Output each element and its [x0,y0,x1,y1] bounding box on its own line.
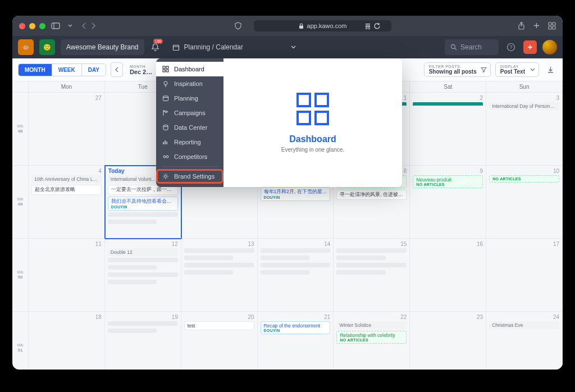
sidebar-toggle-icon[interactable] [51,21,60,30]
help-button[interactable]: ? [504,40,518,54]
day-cell[interactable]: 11 [29,239,105,312]
user-avatar[interactable] [542,40,557,54]
day-cell[interactable]: 21Recap of the endorsementDOUYIN [258,312,334,370]
nav-item-data-center[interactable]: Data Center [156,120,223,135]
new-tab-icon[interactable] [533,22,540,30]
day-cell[interactable]: 15 [334,239,410,312]
skeleton [336,256,385,260]
calendar-event[interactable]: Nouveau produitNO ARTICLES [413,175,483,188]
reload-icon[interactable] [372,21,381,30]
day-cell[interactable]: 12Double 12 [105,239,181,312]
download-button[interactable] [544,63,557,76]
day-cell[interactable]: 18 [29,312,105,370]
app-logo[interactable]: 🐵 [18,39,34,55]
calendar-event[interactable]: NO ARTICLES [489,175,559,183]
calendar-event[interactable]: 寻一处清净的风景, 住进被青… [336,190,407,200]
display-select[interactable]: DISPLAY Post Text [495,62,539,77]
day-cell[interactable]: 20test [181,312,258,370]
day-cell[interactable]: 16 [410,239,486,312]
browser-forward-button[interactable] [89,22,97,30]
svg-rect-14 [163,66,165,69]
skeleton [336,248,407,253]
day-cell[interactable]: 23 [410,312,486,370]
create-button[interactable] [523,40,537,54]
dashboard-icon [296,93,329,125]
nav-item-competitors[interactable]: Competitors [156,149,223,164]
month-value: Dec 2… [130,69,152,75]
calendar-event[interactable]: 我们迫不及待地想看看会发生…DOUYIN [108,197,178,211]
day-cell[interactable]: 9Nouveau produitNO ARTICLES [410,166,486,239]
day-cell[interactable]: 27 [29,93,105,166]
nav-item-brand-settings[interactable]: Brand Settings [156,169,223,184]
day-cell[interactable]: 24Christmas Eve [486,312,563,370]
nav-item-campaigns[interactable]: Campaigns [156,106,223,120]
day-header: Mon [29,81,105,93]
svg-rect-8 [173,45,179,50]
calendar-event[interactable]: 10th Anniversary of China La… [31,175,102,183]
day-cell[interactable]: 22Winter SolsticeRelationship with celeb… [334,312,410,370]
calendar-event[interactable]: Winter Solstice [336,321,407,329]
nav-item-dashboard[interactable]: Dashboard [156,62,223,76]
skeleton [108,258,178,262]
translate-icon[interactable]: ䷅ [363,21,372,30]
nav-item-planning[interactable]: Planning [156,91,223,106]
nav-item-inspiration[interactable]: Inspiration [156,76,223,91]
date-number: 2 [413,95,483,101]
day-cell[interactable]: 410th Anniversary of China La…超全北京旅游攻略 [29,166,105,239]
view-day[interactable]: DAY [81,64,106,76]
prev-button[interactable] [111,62,123,77]
search-button[interactable]: Search [445,39,499,55]
day-header: Sun [486,81,563,93]
nav-menu: DashboardInspirationPlanningCampaignsDat… [156,58,223,187]
day-cell[interactable]: 17 [486,239,563,312]
day-cell[interactable]: 14 [258,239,334,312]
app-window: app.kawo.com ䷅ 🐵 🙂 Awesome Beauty Brand … [12,16,563,370]
day-cell[interactable]: 13 [181,239,258,312]
breadcrumb-nav-button[interactable]: Planning / Calendar [167,39,302,55]
skeleton [108,212,178,217]
calendar-event[interactable]: Christmas Eve [489,321,559,329]
brand-selector[interactable]: Awesome Beauty Brand [61,39,144,55]
view-week[interactable]: WEEK [52,64,81,76]
skeleton [184,263,254,267]
notifications-button[interactable]: 100 [150,43,161,52]
calendar-event[interactable]: 每年1月和2月, 在下雪的星期…DOUYIN [261,187,331,201]
filter-posts-select[interactable]: FILTER POSTS Showing all posts [424,62,491,77]
calendar-event[interactable]: 超全北京旅游攻略 [31,185,102,195]
chevron-down-icon [291,45,296,49]
day-cell[interactable]: 10NO ARTICLES [486,166,563,239]
skeleton [108,265,157,270]
eyes-icon [162,153,170,160]
calendar-event[interactable]: Double 12 [108,248,178,256]
shield-icon[interactable] [234,21,243,30]
event-marker [413,102,483,106]
app-header: 🐵 🙂 Awesome Beauty Brand 100 Planning / … [12,36,563,58]
brand-avatar[interactable]: 🙂 [39,39,55,55]
preview-subtitle: Everything in one glance. [281,147,344,153]
calendar-event[interactable]: International Day of Persons … [489,102,559,110]
calendar-event[interactable]: test [184,321,254,330]
chevron-down-icon [530,68,535,71]
share-icon[interactable] [518,22,525,30]
brand-name: Awesome Beauty Brand [66,43,139,51]
day-cell[interactable]: 3International Day of Persons … [486,93,563,166]
skeleton [108,272,178,277]
skeleton [261,270,309,275]
day-cell[interactable]: 2 [410,93,486,166]
minimize-window-button[interactable] [29,23,35,29]
chevron-down-icon[interactable] [66,21,75,30]
view-month[interactable]: MONTH [19,64,52,76]
traffic-lights [19,23,45,29]
calendar-event[interactable]: Recap of the endorsementDOUYIN [261,321,331,334]
tabs-icon[interactable] [548,22,556,30]
calendar-event[interactable]: Relationship with celebrityNO ARTICLES [336,331,407,344]
nav-item-label: Brand Settings [174,173,215,180]
close-window-button[interactable] [19,23,25,29]
maximize-window-button[interactable] [39,23,45,29]
browser-back-button[interactable] [80,22,88,30]
nav-item-reporting[interactable]: Reporting [156,135,223,149]
svg-rect-0 [52,23,60,29]
date-number: 20 [184,314,254,320]
day-cell[interactable]: 19 [105,312,181,370]
breadcrumb-text: Planning / Calendar [184,43,243,51]
